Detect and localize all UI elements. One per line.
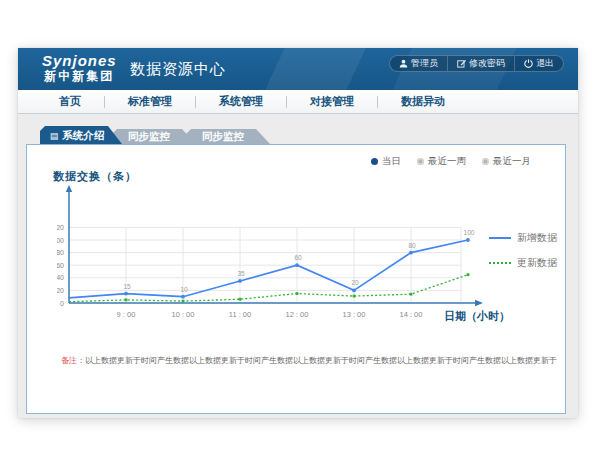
logout-button[interactable]: 退出 (514, 56, 563, 71)
period-option-today[interactable]: 当日 (371, 155, 401, 168)
current-user-label: 管理员 (411, 57, 438, 70)
company-logo: Synjones 新中新集团 (42, 52, 117, 83)
logo-brand-en: Synjones (42, 52, 117, 69)
legend-label: 新增数据 (517, 231, 557, 245)
content-panel: 当日 最近一周 最近一月 数据交换（条） 0204060801001209 : … (26, 144, 566, 414)
solid-line-swatch-icon (489, 237, 511, 239)
nav-item-system-management[interactable]: 系统管理 (196, 94, 286, 109)
dotted-line-swatch-icon (489, 262, 511, 264)
current-user-button[interactable]: 管理员 (390, 56, 447, 71)
tab-sync-monitor-2[interactable]: 同步监控 (186, 129, 270, 144)
nav-item-standard-management[interactable]: 标准管理 (105, 94, 195, 109)
svg-text:10: 10 (180, 286, 188, 293)
chart-legend: 新增数据 更新数据 (489, 231, 557, 270)
nav-item-connection-management[interactable]: 对接管理 (287, 94, 377, 109)
svg-text:13 : 00: 13 : 00 (343, 310, 366, 319)
svg-text:20: 20 (351, 279, 359, 286)
change-password-button[interactable]: 修改密码 (447, 56, 514, 71)
legend-item-new-data: 新增数据 (489, 231, 557, 245)
svg-text:100: 100 (57, 237, 64, 244)
tab-label: 系统介绍 (62, 129, 104, 141)
svg-text:20: 20 (57, 287, 64, 294)
period-selector: 当日 最近一周 最近一月 (371, 155, 531, 168)
svg-text:60: 60 (57, 262, 64, 269)
period-label: 最近一月 (493, 155, 531, 168)
nav-item-home[interactable]: 首页 (36, 94, 104, 109)
footnote: 备注：以上数据更新于时间产生数据以上数据更新于时间产生数据以上数据更新于时间产生… (61, 355, 557, 366)
svg-text:60: 60 (294, 254, 302, 261)
svg-text:80: 80 (408, 242, 416, 249)
logo-brand-cn: 新中新集团 (42, 69, 117, 83)
tab-bar: ▤系统介绍 同步监控 同步监控 (40, 126, 270, 144)
period-label: 当日 (382, 155, 401, 168)
svg-text:11 : 00: 11 : 00 (229, 310, 251, 319)
footnote-label: 备注： (61, 356, 85, 365)
period-label: 最近一周 (428, 155, 466, 168)
app-window: Synjones 新中新集团 数据资源中心 管理员 修改密码 退出 (18, 48, 578, 418)
svg-text:10 : 00: 10 : 00 (172, 310, 195, 319)
period-option-last-week[interactable]: 最近一周 (417, 155, 466, 168)
svg-text:14 : 00: 14 : 00 (400, 310, 423, 319)
nav-item-data-changes[interactable]: 数据异动 (378, 94, 468, 109)
legend-label: 更新数据 (517, 256, 557, 270)
y-axis-title: 数据交换（条） (53, 169, 137, 184)
svg-text:35: 35 (237, 270, 245, 277)
line-chart-svg: 0204060801001209 : 0010 : 0011 : 0012 : … (57, 183, 497, 333)
svg-text:9 : 00: 9 : 00 (117, 310, 136, 319)
footnote-text: 以上数据更新于时间产生数据以上数据更新于时间产生数据以上数据更新于时间产生数据以… (85, 356, 557, 365)
svg-text:120: 120 (57, 224, 64, 231)
svg-text:40: 40 (57, 274, 64, 281)
svg-text:100: 100 (464, 229, 475, 236)
legend-item-updated-data: 更新数据 (489, 256, 557, 270)
period-option-last-month[interactable]: 最近一月 (482, 155, 531, 168)
radio-selected-icon (371, 158, 378, 165)
svg-text:12 : 00: 12 : 00 (286, 310, 309, 319)
logout-label: 退出 (536, 57, 554, 70)
document-icon: ▤ (50, 131, 59, 141)
page-title: 数据资源中心 (130, 60, 226, 79)
power-icon (524, 59, 533, 68)
user-menu: 管理员 修改密码 退出 (389, 55, 564, 72)
tab-sync-monitor-1[interactable]: 同步监控 (112, 129, 196, 144)
change-password-label: 修改密码 (469, 57, 505, 70)
svg-text:15: 15 (123, 283, 131, 290)
svg-text:80: 80 (57, 249, 64, 256)
main-nav: 首页 标准管理 系统管理 对接管理 数据异动 (18, 90, 578, 114)
x-axis-title: 日期（小时） (444, 309, 510, 324)
tab-system-intro[interactable]: ▤系统介绍 (40, 126, 122, 144)
svg-text:0: 0 (60, 300, 64, 307)
radio-unselected-icon (482, 158, 489, 165)
app-header: Synjones 新中新集团 数据资源中心 管理员 修改密码 退出 (18, 48, 578, 90)
edit-icon (457, 59, 466, 68)
radio-unselected-icon (417, 158, 424, 165)
user-icon (399, 59, 408, 68)
